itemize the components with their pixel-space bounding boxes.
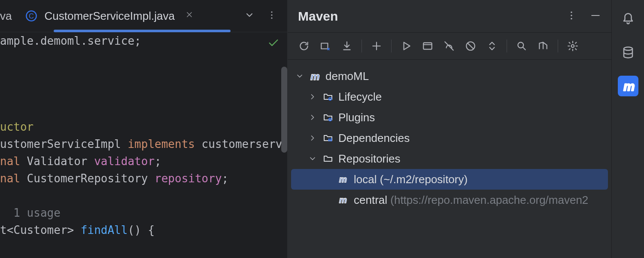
maven-title: Maven <box>298 9 338 24</box>
tree-node-dependencies[interactable]: Dependencies <box>291 128 608 148</box>
maven-tree: m demoML Lifecycle Plugins Dependencies <box>288 60 611 258</box>
prev-tab-fragment[interactable]: va <box>0 9 15 23</box>
analyze-icon[interactable] <box>534 37 553 55</box>
tree-node-lifecycle[interactable]: Lifecycle <box>291 86 608 107</box>
editor-pane: va C CustomerServiceImpl.java <box>0 0 288 258</box>
right-sidebar: m <box>612 0 644 258</box>
svg-rect-8 <box>423 43 432 49</box>
code-line: nal Validator validator; <box>0 153 287 170</box>
maven-repo-icon: m <box>337 174 349 184</box>
folder-gear-icon <box>322 112 334 123</box>
folder-lib-icon <box>322 133 334 143</box>
svg-point-7 <box>571 18 572 19</box>
folder-icon <box>322 154 334 164</box>
more-icon[interactable] <box>267 10 277 22</box>
code-line: ample.demoml.service; <box>0 32 287 49</box>
maven-repo-icon: m <box>337 195 349 205</box>
code-line: uctor <box>0 118 287 135</box>
generate-sources-icon[interactable] <box>316 37 335 55</box>
svg-text:m: m <box>339 195 347 205</box>
code-line: t<Customer> findAll() { <box>0 221 287 239</box>
check-icon[interactable] <box>267 37 279 54</box>
tree-node-plugins[interactable]: Plugins <box>291 107 608 128</box>
tree-label: Lifecycle <box>338 90 382 104</box>
usage-hint[interactable]: 1 usage <box>0 204 287 221</box>
svg-point-17 <box>624 47 632 51</box>
tree-label: local (~/.m2/repository) <box>354 173 468 186</box>
editor-body[interactable]: ample.demoml.service; uctor ustomerServi… <box>0 32 287 258</box>
reload-icon[interactable] <box>295 37 313 55</box>
svg-text:m: m <box>623 79 635 93</box>
tree-label: central (https://repo.maven.apache.org/m… <box>354 194 588 207</box>
tree-node-repo-local[interactable]: m local (~/.m2/repository) <box>291 169 608 190</box>
maven-icon: m <box>309 71 321 82</box>
run-icon[interactable] <box>397 37 416 55</box>
download-icon[interactable] <box>337 37 356 55</box>
class-icon: C <box>25 10 37 22</box>
chevron-right-icon[interactable] <box>307 113 318 122</box>
tab-title: CustomerServiceImpl.java <box>44 9 174 23</box>
code-line: ustomerServiceImpl implements customerse… <box>0 135 287 153</box>
svg-point-6 <box>571 15 572 16</box>
separator <box>558 40 558 52</box>
chevron-right-icon[interactable] <box>307 134 318 142</box>
maven-header: Maven <box>288 0 611 32</box>
tree-node-project[interactable]: m demoML <box>291 66 608 86</box>
add-icon[interactable] <box>367 37 386 55</box>
settings-icon[interactable] <box>563 37 582 55</box>
svg-text:m: m <box>310 71 319 82</box>
collapse-all-icon[interactable] <box>483 37 501 55</box>
editor-tab-active[interactable]: C CustomerServiceImpl.java <box>15 0 204 32</box>
code-line: nal CustomerRepository repository; <box>0 170 287 187</box>
chevron-right-icon[interactable] <box>307 92 318 101</box>
tree-node-repositories[interactable]: Repositories <box>291 148 608 169</box>
show-dependencies-icon[interactable] <box>512 37 531 55</box>
maven-toolbar <box>288 32 611 60</box>
close-icon[interactable] <box>185 10 194 22</box>
separator <box>507 40 507 52</box>
tree-label: Repositories <box>338 152 401 166</box>
separator <box>391 40 392 52</box>
svg-text:m: m <box>339 175 347 184</box>
maven-tool-button[interactable]: m <box>618 76 638 96</box>
svg-point-11 <box>571 45 574 48</box>
chevron-down-icon[interactable] <box>295 72 305 80</box>
notifications-icon[interactable] <box>618 9 638 29</box>
editor-tab-bar: va C CustomerServiceImpl.java <box>0 0 287 32</box>
svg-text:C: C <box>29 12 34 20</box>
tree-label: demoML <box>325 70 369 83</box>
offline-icon[interactable] <box>440 37 459 55</box>
maven-tool-window: Maven <box>288 0 612 258</box>
svg-point-4 <box>271 17 272 18</box>
svg-point-10 <box>518 42 523 48</box>
svg-point-2 <box>271 11 272 12</box>
minimize-icon[interactable] <box>590 10 601 23</box>
svg-point-3 <box>271 14 272 15</box>
chevron-down-icon[interactable] <box>307 154 318 163</box>
folder-gear-icon <box>322 92 334 102</box>
scrollbar-thumb[interactable] <box>281 67 287 153</box>
skip-tests-icon[interactable] <box>461 37 480 55</box>
tree-label: Dependencies <box>338 132 410 145</box>
options-icon[interactable] <box>566 10 577 23</box>
execute-icon[interactable] <box>418 37 437 55</box>
tree-label: Plugins <box>338 111 375 124</box>
svg-point-5 <box>571 11 572 12</box>
chevron-down-icon[interactable] <box>244 10 255 22</box>
tree-node-repo-central[interactable]: m central (https://repo.maven.apache.org… <box>291 190 608 210</box>
database-icon[interactable] <box>618 42 638 63</box>
separator <box>361 40 362 52</box>
